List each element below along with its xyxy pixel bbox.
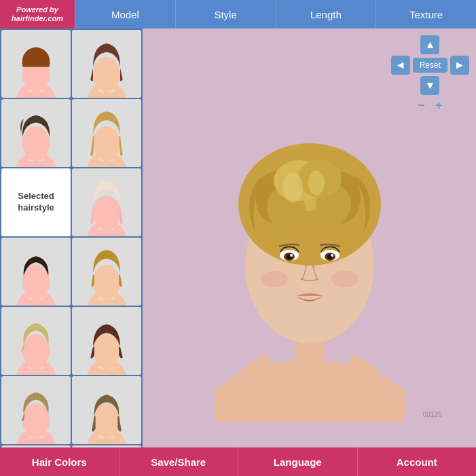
svg-point-30 [290,254,293,257]
hairstyle-item-2[interactable] [72,30,141,98]
hairstyle-item-8[interactable] [72,238,141,306]
tab-style[interactable]: Style [175,0,276,29]
bottom-nav-account[interactable]: Account [358,447,477,476]
hairstyle-item-12[interactable] [72,376,141,444]
svg-point-25 [282,172,303,202]
logo-line2: hairfinder.com [12,14,63,22]
hairstyle-item-4[interactable] [72,99,141,167]
main-area: Selected hairstyle [0,29,476,447]
bottom-navigation: Hair Colors Save/Share Language Account [0,447,476,476]
hairstyle-item-6[interactable] [72,168,141,236]
svg-point-26 [308,170,325,195]
svg-rect-14 [215,388,405,422]
logo-line1: Powered by [16,5,58,14]
model-display: 00125 [174,55,445,422]
model-svg [174,55,445,422]
hairstyle-item-14[interactable] [72,445,141,447]
tab-texture[interactable]: Texture [376,0,476,29]
svg-point-34 [331,254,333,257]
svg-point-35 [261,271,288,287]
watermark: 00125 [423,411,442,418]
bottom-nav-hair-colors[interactable]: Hair Colors [0,447,120,476]
control-up-row: ▲ [420,35,439,54]
hairstyle-list: Selected hairstyle [0,29,143,447]
bottom-nav-save-share[interactable]: Save/Share [120,447,239,476]
hairstyle-item-11[interactable] [1,376,71,444]
app-logo: Powered by hairfinder.com [0,0,75,29]
preview-area: ▲ ◄ Reset ► ▼ − + [143,29,476,447]
svg-point-36 [331,271,359,287]
nav-tabs: Model Style Length Texture [75,0,476,29]
bottom-nav-language[interactable]: Language [238,447,358,476]
hairstyle-item-9[interactable] [1,307,71,375]
pan-up-button[interactable]: ▲ [420,35,439,54]
top-navigation: Powered by hairfinder.com Model Style Le… [0,0,476,29]
tab-model[interactable]: Model [75,0,175,29]
hairstyle-item-7[interactable] [1,238,71,306]
hairstyle-item-selected[interactable]: Selected hairstyle [1,168,71,236]
hairstyle-item-1[interactable] [1,30,71,98]
hairstyle-item-13[interactable] [1,445,71,447]
hairstyle-item-10[interactable] [72,307,141,375]
tab-length[interactable]: Length [276,0,376,29]
hairstyle-item-3[interactable] [1,99,71,167]
selected-label: Selected hairstyle [1,191,71,214]
pan-right-button[interactable]: ► [450,56,469,75]
